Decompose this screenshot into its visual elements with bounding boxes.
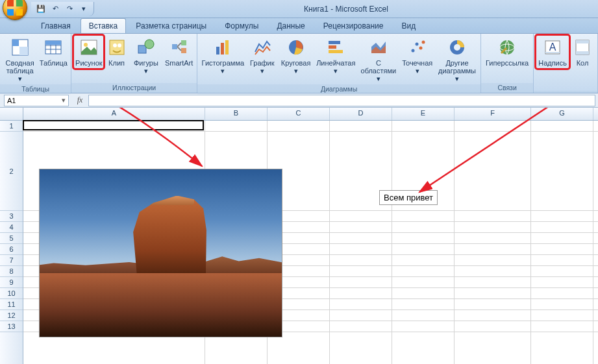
svg-rect-8 xyxy=(45,41,61,45)
select-all-corner[interactable] xyxy=(0,108,23,120)
hyperlink-icon xyxy=(497,37,517,58)
area-chart-button-label: С областями ▾ xyxy=(360,59,396,82)
textbox-button[interactable]: AНадпись xyxy=(536,35,569,69)
svg-point-13 xyxy=(118,43,121,47)
row-header-7[interactable]: 7 xyxy=(0,255,23,266)
svg-point-31 xyxy=(454,44,460,51)
scatter-chart-button[interactable]: Точечная ▾ xyxy=(399,35,436,77)
row-header-5[interactable]: 5 xyxy=(0,233,23,244)
footer-button[interactable]: Кол xyxy=(569,35,595,69)
tab-формулы[interactable]: Формулы xyxy=(216,18,267,33)
column-header-C[interactable]: C xyxy=(268,108,330,120)
ribbon-tabs: ГлавнаяВставкаРазметка страницыФормулыДа… xyxy=(0,18,598,34)
table-button-label: Таблица xyxy=(40,59,68,67)
column-header-G[interactable]: G xyxy=(531,108,593,120)
smartart-button-label: SmartArt xyxy=(165,59,193,67)
column-headers: ABCDEFG xyxy=(0,108,598,121)
row-header-9[interactable]: 9 xyxy=(0,277,23,288)
column-header-F[interactable]: F xyxy=(455,108,531,120)
row-header-11[interactable]: 11 xyxy=(0,299,23,310)
name-box[interactable]: A1 ▾ xyxy=(4,95,69,106)
tab-данные[interactable]: Данные xyxy=(268,18,313,33)
pie-chart-button-label: Круговая ▾ xyxy=(280,59,311,75)
name-box-value: A1 xyxy=(7,97,16,104)
picture-button[interactable]: Рисунок xyxy=(73,35,104,69)
svg-point-27 xyxy=(415,43,418,46)
hyperlink-button[interactable]: Гиперссылка xyxy=(483,35,531,69)
row-header-6[interactable]: 6 xyxy=(0,244,23,255)
other-charts-button[interactable]: Другие диаграммы ▾ xyxy=(436,35,479,84)
office-button[interactable] xyxy=(3,0,27,20)
column-header-D[interactable]: D xyxy=(330,108,392,120)
svg-rect-19 xyxy=(216,47,219,55)
svg-rect-39 xyxy=(576,51,589,55)
svg-rect-36 xyxy=(545,52,560,53)
formula-bar[interactable] xyxy=(88,95,595,106)
tab-вставка[interactable]: Вставка xyxy=(81,18,127,33)
row-header-13[interactable]: 13 xyxy=(0,321,23,332)
svg-rect-25 xyxy=(329,50,343,53)
textbox-icon: A xyxy=(542,37,563,58)
tab-разметка страницы[interactable]: Разметка страницы xyxy=(127,18,215,33)
inserted-textbox[interactable]: Всем привет xyxy=(379,190,438,205)
undo-icon[interactable]: ↶ xyxy=(49,3,61,15)
active-cell[interactable] xyxy=(23,120,204,130)
clip-button-label: Клип xyxy=(108,59,125,67)
row-header-2[interactable]: 2 xyxy=(0,132,23,211)
row-headers: 12345678910111213 xyxy=(0,121,23,364)
pivot-icon xyxy=(10,37,31,58)
worksheet: ABCDEFG 12345678910111213 Всем привет xyxy=(0,108,598,364)
table-icon xyxy=(43,37,64,58)
bar-chart-button[interactable]: Линейчатая ▾ xyxy=(314,35,358,77)
line-chart-button[interactable]: График ▾ xyxy=(247,35,278,77)
row-header-3[interactable]: 3 xyxy=(0,211,23,222)
column-chart-button[interactable]: Гистограмма ▾ xyxy=(199,35,247,77)
colchart-icon xyxy=(212,37,233,58)
formula-bar-row: A1 ▾ fx xyxy=(0,93,598,108)
inserted-picture[interactable] xyxy=(39,169,282,337)
clip-button[interactable]: Клип xyxy=(104,35,129,69)
redo-icon[interactable]: ↷ xyxy=(64,3,75,15)
pie-chart-button[interactable]: Круговая ▾ xyxy=(278,35,314,77)
group-label: Связи xyxy=(481,83,533,93)
pivot-table-button[interactable]: Сводная таблица ▾ xyxy=(2,35,38,84)
title-bar: 💾 ↶ ↷ ▾ Книга1 - Microsoft Excel xyxy=(0,0,598,18)
window-title: Книга1 - Microsoft Excel xyxy=(94,5,598,14)
save-icon[interactable]: 💾 xyxy=(35,3,47,15)
barchart-icon xyxy=(325,37,346,58)
annotation-arrow-right xyxy=(400,108,569,199)
shapes-button-label: Фигуры ▾ xyxy=(132,59,160,75)
svg-rect-1 xyxy=(12,40,19,46)
column-header-E[interactable]: E xyxy=(392,108,455,120)
picture-icon xyxy=(79,37,99,58)
qat-dropdown-icon[interactable]: ▾ xyxy=(78,3,90,15)
row-header-1[interactable]: 1 xyxy=(0,121,23,132)
ribbon: Сводная таблица ▾ТаблицаТаблицыРисунокКл… xyxy=(0,34,598,93)
column-header-B[interactable]: B xyxy=(205,108,268,120)
textbox-content: Всем привет xyxy=(384,193,433,202)
tab-рецензирование[interactable]: Рецензирование xyxy=(315,18,392,33)
area-chart-button[interactable]: С областями ▾ xyxy=(358,35,399,84)
cells-area[interactable]: Всем привет xyxy=(23,121,598,364)
footer-button-label: Кол xyxy=(577,59,589,67)
svg-rect-20 xyxy=(221,43,224,55)
row-header-12[interactable]: 12 xyxy=(0,310,23,321)
quick-access-toolbar: 💾 ↶ ↷ ▾ xyxy=(31,2,94,16)
row-header-4[interactable]: 4 xyxy=(0,222,23,233)
group-label: Иллюстрации xyxy=(71,83,197,93)
tab-вид[interactable]: Вид xyxy=(393,18,424,33)
group-label xyxy=(534,91,597,93)
shapes-button[interactable]: Фигуры ▾ xyxy=(129,35,163,77)
shapes-icon xyxy=(136,37,156,58)
fx-icon[interactable]: fx xyxy=(74,95,86,106)
smartart-button[interactable]: SmartArt xyxy=(163,35,195,69)
row-header-8[interactable]: 8 xyxy=(0,266,23,277)
table-button[interactable]: Таблица xyxy=(38,35,69,69)
column-header-A[interactable]: A xyxy=(23,108,205,120)
line-chart-button-label: График ▾ xyxy=(249,59,275,75)
svg-rect-24 xyxy=(329,45,336,49)
row-header-10[interactable]: 10 xyxy=(0,288,23,299)
textbox-button-label: Надпись xyxy=(538,59,567,67)
tab-главная[interactable]: Главная xyxy=(32,18,79,33)
smartart-icon xyxy=(169,37,190,58)
